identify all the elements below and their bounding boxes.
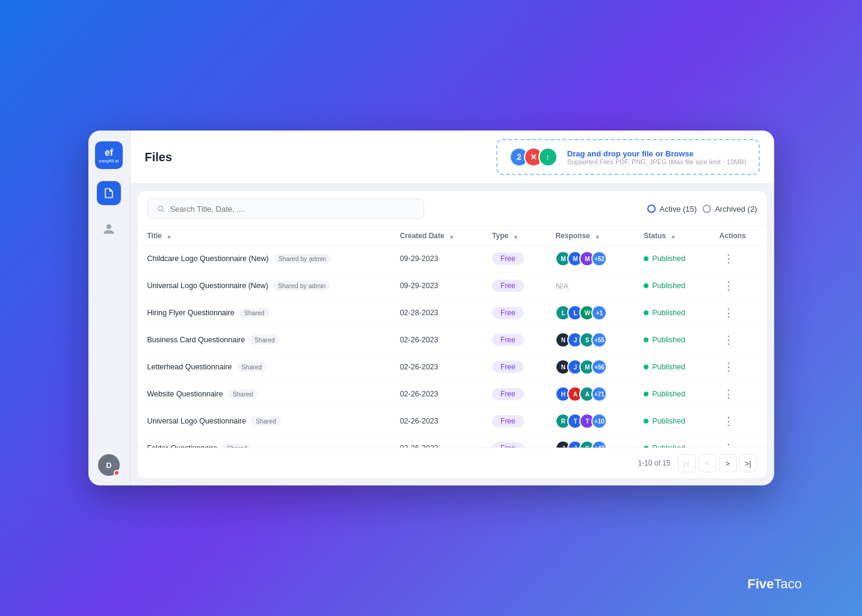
notification-dot <box>114 470 120 476</box>
date-cell: 02-26-2023 <box>390 381 482 408</box>
title-text: Universal Logo Questionnaire (New) <box>147 282 268 290</box>
status-cell: Published <box>634 273 710 300</box>
response-cell: RTT+10 <box>546 408 634 435</box>
status-text: Published <box>652 309 685 317</box>
actions-button[interactable]: ⋮ <box>719 413 737 429</box>
title-cell: Folder QuestionnaireShared <box>138 435 390 448</box>
logo[interactable]: ef easyfill.ai <box>95 141 123 169</box>
actions-cell: ⋮ <box>710 300 767 327</box>
sidebar-bottom: D <box>98 454 120 476</box>
avatar: +47 <box>591 440 607 448</box>
title-cell: Business Card QuestionnaireShared <box>138 327 390 354</box>
col-response[interactable]: Response ▲ <box>546 227 634 245</box>
upload-text-area: Drag and drop your file or Browse Suppor… <box>567 149 747 165</box>
shared-badge: Shared <box>228 389 258 399</box>
main-card: ef easyfill.ai D Files 2 <box>88 131 774 485</box>
status-text: Published <box>652 254 685 263</box>
col-title[interactable]: Title ▲ <box>138 227 390 245</box>
title-text: Hiring Flyer Questionnaire <box>147 309 235 317</box>
title-text: Business Card Questionnaire <box>147 336 245 344</box>
shared-badge: Shared by admin <box>274 254 331 263</box>
page-info: 1-10 of 15 <box>638 459 670 467</box>
status-text: Published <box>652 282 685 290</box>
response-cell: MMM+52 <box>546 245 634 273</box>
col-type[interactable]: Type ▲ <box>482 227 546 245</box>
header: Files 2 ✕ ↑ Drag and drop your file or B… <box>131 131 774 184</box>
first-page-button[interactable]: |< <box>678 454 696 472</box>
date-cell: 09-29-2023 <box>390 273 482 300</box>
date-cell: 02-26-2023 <box>390 435 482 448</box>
response-cell: HAA+71 <box>546 381 634 408</box>
search-input[interactable] <box>170 205 415 214</box>
table-row: Folder QuestionnaireShared02-26-2023Free… <box>138 435 767 448</box>
type-cell: Free <box>482 408 546 435</box>
avatar: +56 <box>591 359 607 375</box>
actions-button[interactable]: ⋮ <box>719 278 737 294</box>
title-cell: Letterhead QuestionnaireShared <box>138 354 390 381</box>
active-dot <box>647 205 656 213</box>
sidebar-item-files[interactable] <box>97 181 121 205</box>
title-cell: Childcare Logo Questionnaire (New)Shared… <box>138 245 390 273</box>
logo-icon: ef <box>105 147 113 158</box>
logo-text: easyfill.ai <box>99 158 119 164</box>
type-cell: Free <box>482 327 546 354</box>
upload-icons: 2 ✕ ↑ <box>510 147 558 167</box>
response-cell: NJS+55 <box>546 327 634 354</box>
sort-status-icon: ▲ <box>670 233 676 239</box>
title-cell: Universal Logo Questionnaire (New)Shared… <box>138 273 390 300</box>
status-cell: Published <box>634 245 710 273</box>
actions-button[interactable]: ⋮ <box>719 359 737 375</box>
sort-response-icon: ▲ <box>594 233 600 239</box>
search-icon <box>156 204 165 214</box>
actions-button[interactable]: ⋮ <box>719 386 737 402</box>
user-avatar[interactable]: D <box>98 454 120 476</box>
person-icon <box>103 223 115 235</box>
sidebar-item-users[interactable] <box>97 217 121 241</box>
actions-button[interactable]: ⋮ <box>719 440 737 448</box>
active-label: Active (15) <box>659 205 697 214</box>
type-cell: Free <box>482 435 546 448</box>
content-area: Files 2 ✕ ↑ Drag and drop your file or B… <box>131 131 774 485</box>
title-cell: Universal Logo QuestionnaireShared <box>138 408 390 435</box>
response-cell: NJM+56 <box>546 354 634 381</box>
actions-cell: ⋮ <box>710 273 767 300</box>
col-status[interactable]: Status ▲ <box>634 227 710 245</box>
title-text: Letterhead Questionnaire <box>147 363 232 371</box>
fivetaco-branding: FiveTaco <box>747 576 802 592</box>
na-text: N/A <box>555 282 568 291</box>
status-text: Published <box>652 336 685 344</box>
avatar: +1 <box>591 305 607 321</box>
status-dot <box>644 365 648 369</box>
next-page-button[interactable]: > <box>719 454 737 472</box>
type-cell: Free <box>482 245 546 273</box>
data-table: Title ▲ Created Date ▲ Type ▲ Response ▲… <box>138 227 767 448</box>
actions-button[interactable]: ⋮ <box>719 305 737 321</box>
shared-badge: Shared <box>250 335 280 345</box>
title-cell: Website QuestionnaireShared <box>138 381 390 408</box>
last-page-button[interactable]: >| <box>739 454 757 472</box>
search-box[interactable] <box>147 199 424 219</box>
upload-zone[interactable]: 2 ✕ ↑ Drag and drop your file or Browse … <box>496 139 760 175</box>
browse-link[interactable]: Browse <box>665 149 694 158</box>
actions-button[interactable]: ⋮ <box>719 332 737 348</box>
status-dot <box>644 392 648 396</box>
table-header: Title ▲ Created Date ▲ Type ▲ Response ▲… <box>138 227 767 245</box>
title-cell: Hiring Flyer QuestionnaireShared <box>138 300 390 327</box>
date-cell: 02-28-2023 <box>390 300 482 327</box>
status-cell: Published <box>634 381 710 408</box>
avatar-group: MMM+52 <box>555 251 624 266</box>
filter-active[interactable]: Active (15) <box>647 205 697 214</box>
status-text: Published <box>652 363 685 371</box>
prev-page-button[interactable]: < <box>698 454 716 472</box>
date-cell: 02-26-2023 <box>390 408 482 435</box>
type-badge: Free <box>492 415 524 427</box>
type-cell: Free <box>482 354 546 381</box>
actions-button[interactable]: ⋮ <box>719 251 737 266</box>
type-cell: Free <box>482 273 546 300</box>
filter-archived[interactable]: Archived (2) <box>703 205 757 214</box>
col-date[interactable]: Created Date ▲ <box>390 227 482 245</box>
status-dot <box>644 310 648 315</box>
table-row: Website QuestionnaireShared02-26-2023Fre… <box>138 381 767 408</box>
avatar-group: JJS+47 <box>555 440 624 448</box>
type-badge: Free <box>492 388 524 400</box>
